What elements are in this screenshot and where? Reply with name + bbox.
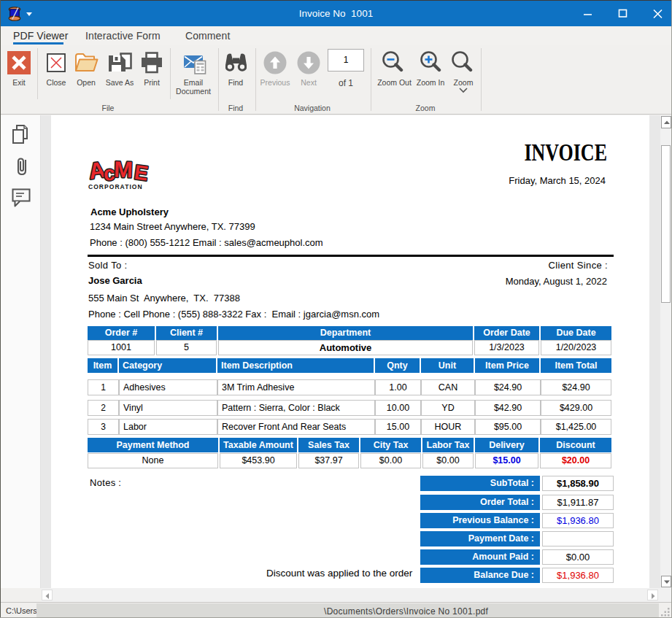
- svg-text:M: M: [113, 157, 133, 183]
- svg-text:E: E: [133, 161, 150, 185]
- svg-text:CORPORATION: CORPORATION: [88, 183, 143, 190]
